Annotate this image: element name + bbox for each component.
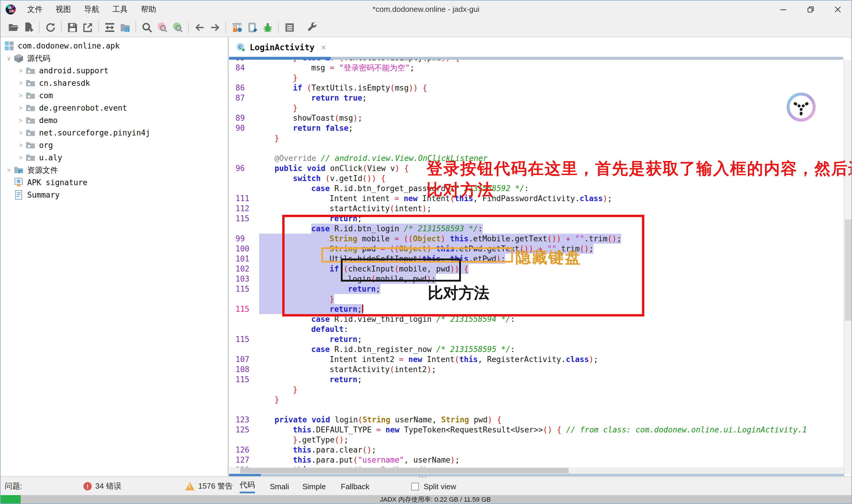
code-line[interactable]: @Override // android.view.View.OnClickLi…: [229, 153, 844, 163]
menu-navigation[interactable]: 导航: [77, 1, 106, 18]
vertical-scrollbar-thumb[interactable]: [845, 219, 851, 321]
tree-item[interactable]: >cn.sharesdk: [1, 77, 228, 89]
forward-icon[interactable]: [207, 19, 222, 35]
tree-item[interactable]: APK signature: [1, 176, 228, 189]
code-line[interactable]: 99String mobile = ((Object) this.etMobil…: [229, 234, 844, 244]
debugger-icon[interactable]: [260, 19, 275, 35]
code-line[interactable]: 100String pwd = ((Object) this.etPwd.get…: [229, 244, 844, 254]
class-search-icon[interactable]: [155, 19, 170, 35]
chevron-right-icon[interactable]: >: [16, 155, 25, 161]
chevron-right-icon[interactable]: >: [16, 117, 25, 124]
tab-loginactivity[interactable]: c LoginActivity ×: [229, 37, 333, 57]
tab-smali[interactable]: Smali: [270, 477, 289, 496]
code-line[interactable]: default:: [229, 324, 844, 334]
tree-item[interactable]: ∨源代码: [1, 52, 228, 65]
code-line[interactable]: 84msg = "登录密码不能为空";: [229, 63, 844, 73]
report-icon[interactable]: [282, 19, 297, 35]
save-all-icon[interactable]: [65, 19, 80, 35]
code-line[interactable]: [229, 143, 844, 153]
code-line[interactable]: 115return;: [229, 214, 844, 223]
code-line[interactable]: 108startActivity(intent2);: [229, 364, 844, 375]
export-icon[interactable]: [80, 19, 95, 35]
code-line[interactable]: 111Intent intent = new Intent(this, Find…: [229, 194, 844, 203]
code-line[interactable]: 83} else if (TextUtils.isEmpty(pwd)) {: [229, 60, 844, 63]
tree-item[interactable]: >net.sourceforge.pinyin4j: [1, 127, 228, 139]
tree-item[interactable]: Summary: [1, 189, 228, 201]
add-files-icon[interactable]: [21, 19, 36, 35]
menu-tools[interactable]: 工具: [106, 1, 134, 18]
code-line[interactable]: 125this.DEFAULT_TYPE = new TypeToken<Req…: [229, 425, 844, 435]
code-line[interactable]: 90return false;: [229, 123, 844, 133]
code-line[interactable]: }: [229, 294, 844, 304]
tree-item[interactable]: >demo: [1, 114, 228, 127]
code-line[interactable]: case R.id.btn_login /* 2131558593 */:: [229, 223, 844, 234]
tree-item[interactable]: >com: [1, 89, 228, 102]
chevron-right-icon[interactable]: >: [16, 129, 25, 136]
code-line[interactable]: 107Intent intent2 = new Intent(this, Reg…: [229, 354, 844, 364]
code-line[interactable]: 87return true;: [229, 93, 844, 103]
chevron-down-icon[interactable]: ∨: [4, 55, 14, 61]
menu-file[interactable]: 文件: [21, 1, 49, 18]
code-line[interactable]: [229, 404, 844, 415]
tab-close-icon[interactable]: ×: [321, 42, 326, 52]
code-line[interactable]: 115return;: [229, 284, 844, 294]
chevron-right-icon[interactable]: >: [4, 167, 14, 173]
vertical-scrollbar[interactable]: [844, 60, 851, 474]
chevron-right-icon[interactable]: >: [16, 105, 25, 111]
preferences-icon[interactable]: [304, 19, 320, 35]
errors-count[interactable]: 34 错误: [95, 477, 121, 496]
comment-search-icon[interactable]: [170, 19, 185, 35]
code-line[interactable]: 101Utils.hideSoftInput(this, this.etPwd)…: [229, 254, 844, 264]
code-line[interactable]: switch (v.getId()) {: [229, 173, 844, 183]
text-search-icon[interactable]: [139, 19, 155, 35]
code-line[interactable]: 112startActivity(intent);: [229, 203, 844, 214]
code-line[interactable]: 115return;: [229, 375, 844, 384]
tree-item[interactable]: >android.support: [1, 65, 228, 77]
code-line[interactable]: 103login(mobile, pwd);: [229, 274, 844, 284]
open-file-icon[interactable]: [5, 19, 21, 35]
code-line[interactable]: case R.id.view_third_login /* 2131558594…: [229, 314, 844, 324]
code-line[interactable]: }: [229, 384, 844, 395]
chevron-right-icon[interactable]: >: [16, 142, 25, 148]
code-line[interactable]: 115return;: [229, 304, 844, 314]
code-line[interactable]: 89showToast(msg);: [229, 113, 844, 123]
chevron-right-icon[interactable]: >: [16, 68, 25, 74]
flat-packages-icon[interactable]: [117, 19, 132, 35]
code-line[interactable]: 123private void login(String userName, S…: [229, 415, 844, 425]
tree-item[interactable]: >de.greenrobot.event: [1, 102, 228, 114]
code-editor[interactable]: 83} else if (TextUtils.isEmpty(pwd)) {84…: [229, 60, 844, 467]
log-viewer-icon[interactable]: [244, 19, 260, 35]
deobfuscation-icon[interactable]: [229, 19, 244, 35]
tree-item[interactable]: >资源文件: [1, 164, 228, 176]
back-icon[interactable]: [192, 19, 207, 35]
code-line[interactable]: }: [229, 103, 844, 113]
code-line[interactable]: }: [229, 133, 844, 143]
tab-code-view[interactable]: 代码: [240, 477, 255, 496]
minimize-button[interactable]: [770, 1, 797, 18]
tree-item[interactable]: >u.aly: [1, 151, 228, 164]
code-line[interactable]: 102if (checkInput(mobile, pwd)) {: [229, 264, 844, 274]
code-line[interactable]: }.getType();: [229, 435, 844, 445]
chevron-right-icon[interactable]: >: [16, 80, 25, 86]
split-view-label[interactable]: Split view: [424, 477, 456, 496]
code-line[interactable]: case R.id.btn_forget_password /* 2131558…: [229, 183, 844, 194]
code-line[interactable]: }: [229, 395, 844, 404]
menu-view[interactable]: 视图: [49, 1, 77, 18]
code-line[interactable]: }: [229, 73, 844, 83]
tab-simple[interactable]: Simple: [302, 477, 326, 496]
code-line[interactable]: 86if (TextUtils.isEmpty(msg)) {: [229, 83, 844, 93]
reload-icon[interactable]: [42, 19, 58, 35]
code-line[interactable]: case R.id.btn_register_now /* 2131558595…: [229, 344, 844, 354]
menu-help[interactable]: 帮助: [134, 1, 163, 18]
text-wrap-icon[interactable]: [102, 19, 117, 35]
tree-item[interactable]: com.dodonew.online.apk: [1, 40, 228, 52]
horizontal-scrollbar[interactable]: [229, 467, 844, 474]
project-tree[interactable]: com.dodonew.online.apk∨源代码>android.suppo…: [1, 37, 229, 476]
code-line[interactable]: 126this.para.clear();: [229, 445, 844, 455]
horizontal-scrollbar-thumb[interactable]: [240, 468, 568, 473]
close-button[interactable]: [824, 1, 851, 18]
warnings-count[interactable]: 1576 警告: [198, 477, 233, 496]
restore-button[interactable]: [797, 1, 824, 18]
code-line[interactable]: 115return;: [229, 334, 844, 344]
code-line[interactable]: 127this.para.put("username", userName);: [229, 455, 844, 465]
